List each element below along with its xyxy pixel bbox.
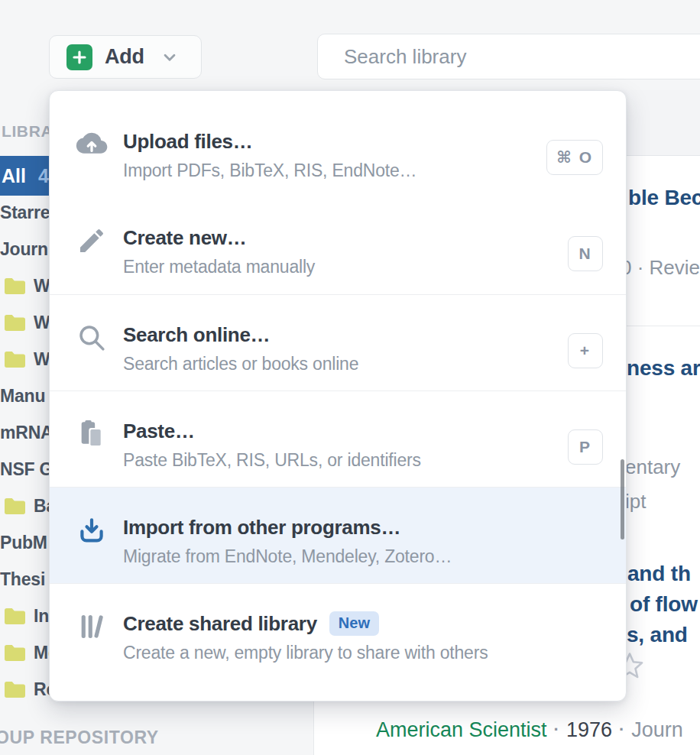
menu-item-upload-files[interactable]: Upload files… Import PDFs, BibTeX, RIS, … (50, 102, 626, 198)
folder-icon (2, 606, 28, 627)
menu-item-title: Paste… (123, 419, 626, 443)
add-button-label: Add (105, 45, 144, 69)
menu-item-title: Create shared library New (123, 611, 626, 636)
menu-item-search-online[interactable]: Search online… Search articles or books … (50, 294, 626, 390)
menu-item-title-text: Create shared library (123, 611, 317, 636)
shortcut-badge: P (568, 429, 603, 465)
menu-item-import-programs[interactable]: Import from other programs… Migrate from… (50, 487, 626, 583)
attachment-link[interactable]: entary (625, 455, 680, 479)
shortcut-badge: + (568, 333, 603, 368)
reference-type: Journ (631, 718, 683, 741)
sidebar-section-label: OUP REPOSITORY (0, 727, 159, 748)
sidebar-item-label: NSF G (0, 459, 53, 480)
library-books-icon (74, 610, 109, 643)
reference-meta-line: American Scientist·1976·Journ (376, 718, 683, 742)
attachment-link[interactable]: ipt (625, 490, 646, 514)
folder-icon (2, 643, 28, 663)
menu-item-subtitle: Create a new, empty library to share wit… (123, 643, 626, 663)
menu-item-subtitle: Migrate from EndNote, Mendeley, Zotero… (123, 546, 626, 567)
menu-item-paste[interactable]: Paste… Paste BibTeX, RIS, URLs, or ident… (50, 390, 626, 487)
clipboard-icon (74, 417, 109, 451)
sidebar-item-label: Thesi (0, 569, 45, 590)
reference-title[interactable]: ble Bec (628, 186, 700, 210)
folder-icon (2, 679, 28, 700)
sidebar-item-label: Manu (0, 386, 45, 407)
reference-year: 1976 (566, 718, 612, 741)
magnifier-icon (74, 321, 109, 355)
reference-title[interactable]: ness ar (627, 356, 700, 381)
sidebar-item-label: Journ (0, 239, 48, 260)
journal-name-link[interactable]: American Scientist (376, 718, 547, 741)
download-tray-icon (74, 514, 109, 547)
menu-item-title: Search online… (123, 322, 626, 347)
pencil-icon (74, 224, 109, 258)
folder-icon (2, 276, 28, 296)
folder-icon (2, 313, 28, 333)
folder-icon (2, 349, 28, 370)
reference-meta: 0 · Revie (621, 256, 700, 280)
sidebar-item-label: Starre (0, 203, 50, 223)
reference-title[interactable]: and th (627, 562, 691, 586)
search-input[interactable] (317, 34, 700, 79)
plus-icon (66, 44, 92, 70)
menu-scrollbar-thumb[interactable] (621, 459, 624, 540)
menu-item-subtitle: Enter metadata manually (123, 257, 626, 277)
menu-item-title: Create new… (123, 225, 626, 250)
shortcut-badge: ⌘ O (546, 140, 603, 175)
sidebar-item-label: All (2, 165, 26, 187)
dot-separator: · (554, 720, 559, 739)
chevron-down-icon (160, 47, 180, 67)
reference-title[interactable]: s, and (627, 623, 688, 647)
menu-item-create-new[interactable]: Create new… Enter metadata manually N (50, 198, 626, 294)
menu-item-create-shared-library[interactable]: Create shared library New Create a new, … (50, 583, 626, 679)
shortcut-badge: N (568, 236, 603, 271)
add-dropdown-menu: Upload files… Import PDFs, BibTeX, RIS, … (49, 90, 627, 702)
dot-separator: · (619, 720, 624, 739)
menu-item-subtitle: Paste BibTeX, RIS, URLs, or identifiers (123, 450, 626, 471)
cloud-upload-icon (74, 128, 109, 161)
sidebar-item-label: PubM (0, 533, 47, 553)
sidebar-item-label: mRNA (0, 423, 53, 443)
folder-icon (2, 496, 28, 517)
add-button[interactable]: Add (49, 35, 202, 79)
reference-title[interactable]: of flow (630, 592, 698, 617)
sidebar-section-label: LIBRA (2, 122, 53, 141)
new-badge: New (329, 611, 379, 636)
menu-item-title: Import from other programs… (123, 515, 626, 540)
menu-item-subtitle: Search articles or books online (123, 354, 626, 374)
